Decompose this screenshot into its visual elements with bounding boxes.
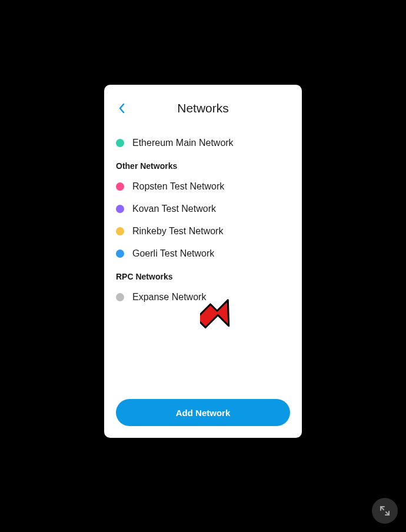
network-dot (116, 139, 124, 147)
network-dot (116, 293, 124, 301)
network-dot (116, 227, 124, 235)
expand-icon (380, 506, 390, 516)
network-dot (116, 182, 124, 191)
network-item-ropsten[interactable]: Ropsten Test Network (116, 175, 290, 198)
network-label: Rinkeby Test Network (132, 226, 223, 237)
network-label: Ethereum Main Network (132, 138, 234, 148)
expand-button[interactable] (372, 498, 398, 524)
network-item-rinkeby[interactable]: Rinkeby Test Network (116, 220, 290, 242)
network-dot (116, 205, 124, 213)
network-label: Kovan Test Network (132, 204, 216, 214)
add-network-button[interactable]: Add Network (116, 399, 290, 426)
network-item-ethereum-main[interactable]: Ethereum Main Network (116, 132, 290, 154)
section-header-rpc: RPC Networks (116, 272, 290, 281)
network-label: Expanse Network (132, 292, 206, 302)
modal-header: Networks (116, 101, 290, 115)
network-item-goerli[interactable]: Goerli Test Network (116, 242, 290, 265)
network-item-kovan[interactable]: Kovan Test Network (116, 198, 290, 220)
networks-modal: Networks Ethereum Main Network Other Net… (104, 85, 302, 438)
network-label: Ropsten Test Network (132, 181, 224, 192)
network-item-expanse[interactable]: Expanse Network (116, 286, 290, 308)
chevron-left-icon (118, 103, 125, 114)
section-header-other: Other Networks (116, 161, 290, 171)
back-button[interactable] (116, 101, 128, 116)
network-label: Goerli Test Network (132, 248, 214, 259)
page-title: Networks (177, 101, 229, 115)
network-dot (116, 250, 124, 258)
